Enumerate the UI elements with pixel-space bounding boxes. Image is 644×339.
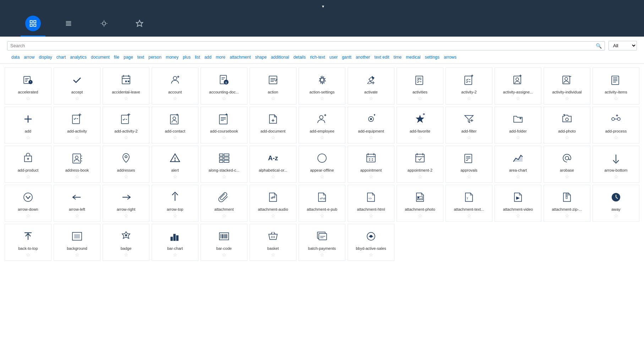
view-btn-grid[interactable] xyxy=(21,16,45,37)
icon-cell-action-settings[interactable]: action-settings☆ xyxy=(299,68,345,104)
tag-document[interactable]: document xyxy=(89,54,111,60)
favorite-star[interactable]: ☆ xyxy=(614,135,618,140)
favorite-star[interactable]: ☆ xyxy=(173,96,178,101)
tag-person[interactable]: person xyxy=(147,54,163,60)
icon-cell-arrow-right[interactable]: arrow-right☆ xyxy=(103,185,149,222)
favorite-star[interactable]: ☆ xyxy=(173,252,178,258)
favorite-star[interactable]: ☆ xyxy=(369,252,373,258)
favorite-star[interactable]: ☆ xyxy=(320,252,324,258)
tag-rich-text[interactable]: rich-text xyxy=(309,54,327,60)
icon-cell-add-process[interactable]: add-process☆ xyxy=(593,107,639,144)
tag-medical[interactable]: medical xyxy=(404,54,422,60)
favorite-star[interactable]: ☆ xyxy=(565,213,569,219)
favorite-star[interactable]: ☆ xyxy=(418,174,422,179)
favorite-star[interactable]: ☆ xyxy=(124,174,129,179)
favorite-star[interactable]: ☆ xyxy=(467,213,471,219)
favorite-star[interactable]: ☆ xyxy=(26,252,31,258)
view-btn-favorites[interactable] xyxy=(127,16,152,37)
favorite-star[interactable]: ☆ xyxy=(614,213,618,219)
favorite-star[interactable]: ☆ xyxy=(516,96,520,101)
icon-cell-bbyd-active-sales[interactable]: bbyd-active-sales☆ xyxy=(348,224,394,261)
favorite-star[interactable]: ☆ xyxy=(418,135,422,140)
favorite-star[interactable]: ☆ xyxy=(26,174,31,179)
icon-cell-accelerated[interactable]: accelerated☆ xyxy=(5,68,51,104)
icon-cell-activity-items[interactable]: activity-items☆ xyxy=(593,68,639,104)
icon-cell-arrow-bottom[interactable]: arrow-bottom☆ xyxy=(593,146,639,183)
icon-cell-add[interactable]: add☆ xyxy=(5,107,51,144)
favorite-star[interactable]: ☆ xyxy=(75,96,80,101)
favorite-star[interactable]: ☆ xyxy=(26,96,31,101)
favorite-star[interactable]: ☆ xyxy=(124,252,129,258)
view-btn-details[interactable] xyxy=(56,16,81,37)
icon-cell-accidental-leave[interactable]: accidental-leave☆ xyxy=(103,68,149,104)
icon-cell-activity-individual[interactable]: activity-individual☆ xyxy=(544,68,590,104)
tag-file[interactable]: file xyxy=(113,54,121,60)
favorite-star[interactable]: ☆ xyxy=(369,135,373,140)
favorite-star[interactable]: ☆ xyxy=(565,96,569,101)
icon-cell-accounting-doc...[interactable]: $accounting-doc...☆ xyxy=(201,68,247,104)
icon-cell-alert[interactable]: alert☆ xyxy=(152,146,198,183)
favorite-star[interactable]: ☆ xyxy=(75,174,80,179)
tag-another[interactable]: another xyxy=(354,54,372,60)
favorite-star[interactable]: ☆ xyxy=(467,174,471,179)
tag-gantt[interactable]: gantt xyxy=(340,54,353,60)
icon-cell-area-chart[interactable]: area-chart☆ xyxy=(495,146,541,183)
icon-cell-attachment-text...[interactable]: Tattachment-text...☆ xyxy=(446,185,492,222)
tag-page[interactable]: page xyxy=(122,54,135,60)
icon-cell-attachment[interactable]: attachment☆ xyxy=(201,185,247,222)
tag-chart[interactable]: chart xyxy=(55,54,67,60)
icon-cell-basket[interactable]: basket☆ xyxy=(250,224,296,261)
tag-text-edit[interactable]: text edit xyxy=(373,54,391,60)
favorite-star[interactable]: ☆ xyxy=(124,213,129,219)
favorite-star[interactable]: ☆ xyxy=(222,96,227,101)
favorite-star[interactable]: ☆ xyxy=(271,96,275,101)
icon-cell-appear-offline[interactable]: appear-offline☆ xyxy=(299,146,345,183)
favorite-star[interactable]: ☆ xyxy=(124,135,129,140)
icon-cell-accept[interactable]: accept☆ xyxy=(54,68,100,104)
icon-cell-approvals[interactable]: approvals☆ xyxy=(446,146,492,183)
tag-arrows[interactable]: arrows xyxy=(442,54,458,60)
tag-shape[interactable]: shape xyxy=(253,54,268,60)
icon-cell-add-activity-2[interactable]: add-activity-2☆ xyxy=(103,107,149,144)
icon-cell-attachment-photo[interactable]: attachment-photo☆ xyxy=(397,185,443,222)
icon-cell-add-favorite[interactable]: add-favorite☆ xyxy=(397,107,443,144)
favorite-star[interactable]: ☆ xyxy=(369,213,373,219)
icon-cell-action[interactable]: action☆ xyxy=(250,68,296,104)
icon-cell-away[interactable]: away☆ xyxy=(593,185,639,222)
icon-cell-appointment[interactable]: appointment☆ xyxy=(348,146,394,183)
tag-more[interactable]: more xyxy=(214,54,227,60)
favorite-star[interactable]: ☆ xyxy=(26,135,31,140)
filter-select[interactable]: All Name Tag xyxy=(608,41,637,50)
tag-data[interactable]: data xyxy=(10,54,21,60)
icon-cell-badge[interactable]: badge☆ xyxy=(103,224,149,261)
icon-cell-add-employee[interactable]: add-employee☆ xyxy=(299,107,345,144)
favorite-star[interactable]: ☆ xyxy=(271,135,275,140)
icon-cell-activity-assigne...[interactable]: activity-assigne...☆ xyxy=(495,68,541,104)
icon-cell-activate[interactable]: activate☆ xyxy=(348,68,394,104)
favorite-star[interactable]: ☆ xyxy=(222,252,227,258)
icon-cell-add-activity[interactable]: add-activity☆ xyxy=(54,107,100,144)
icon-cell-attachment-html[interactable]: </>attachment-html☆ xyxy=(348,185,394,222)
favorite-star[interactable]: ☆ xyxy=(320,135,324,140)
icon-cell-addresses[interactable]: addresses☆ xyxy=(103,146,149,183)
favorite-star[interactable]: ☆ xyxy=(75,252,80,258)
favorite-star[interactable]: ☆ xyxy=(75,213,80,219)
icon-cell-address-book[interactable]: address-book☆ xyxy=(54,146,100,183)
favorite-star[interactable]: ☆ xyxy=(467,135,471,140)
tag-money[interactable]: money xyxy=(164,54,180,60)
favorite-star[interactable]: ☆ xyxy=(614,96,618,101)
favorite-star[interactable]: ☆ xyxy=(418,96,422,101)
favorite-star[interactable]: ☆ xyxy=(222,135,227,140)
icon-cell-add-coursebook[interactable]: add-coursebook☆ xyxy=(201,107,247,144)
tag-additional[interactable]: additional xyxy=(269,54,290,60)
tag-settings[interactable]: settings xyxy=(424,54,441,60)
icon-cell-add-folder[interactable]: add-folder☆ xyxy=(495,107,541,144)
tag-analytics[interactable]: analytics xyxy=(69,54,88,60)
favorite-star[interactable]: ☆ xyxy=(222,174,227,179)
tag-attachment[interactable]: attachment xyxy=(228,54,252,60)
favorite-star[interactable]: ☆ xyxy=(271,174,275,179)
favorite-star[interactable]: ☆ xyxy=(320,174,324,179)
icon-cell-attachment-audio[interactable]: attachment-audio☆ xyxy=(250,185,296,222)
search-input[interactable] xyxy=(10,43,596,48)
tag-user[interactable]: user xyxy=(328,54,339,60)
